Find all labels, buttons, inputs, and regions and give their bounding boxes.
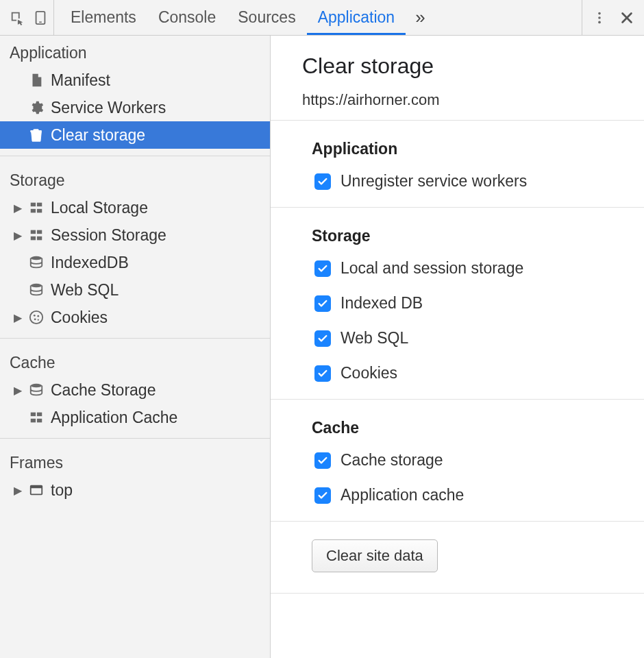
devtools-toolbar: Elements Console Sources Application » [0,0,644,36]
sidebar-item-label: Local Storage [51,199,148,217]
svg-rect-6 [37,203,42,207]
check-row-cookies[interactable]: Cookies [271,354,644,389]
svg-rect-7 [31,209,36,213]
document-icon [29,73,44,88]
checkbox-label: Unregister service workers [340,172,527,191]
check-row-web-sql[interactable]: Web SQL [271,319,644,354]
section-application-title: Application [271,121,644,165]
svg-point-17 [37,315,39,317]
checkbox-label: Web SQL [340,329,408,348]
checkbox-label: Application cache [340,486,464,504]
svg-rect-8 [37,209,42,213]
table-icon [29,410,44,425]
chevron-right-icon[interactable]: ▶ [14,484,22,497]
section-storage-title: Storage [271,208,644,252]
close-icon[interactable] [619,10,634,25]
check-row-cache-storage[interactable]: Cache storage [271,444,644,476]
section-cache-title: Cache [271,400,644,444]
sidebar-item-label: Cache Storage [51,381,156,400]
database-icon [29,282,44,297]
sidebar-item-label: Service Workers [51,99,166,117]
svg-rect-1 [39,21,42,22]
sidebar-item-label: Manifest [51,71,110,90]
checkbox-checked-icon[interactable] [314,452,331,469]
checkbox-checked-icon[interactable] [314,330,331,347]
tab-application[interactable]: Application [307,0,406,35]
check-row-indexed-db[interactable]: Indexed DB [271,284,644,319]
svg-point-2 [598,12,601,14]
gear-icon [29,100,44,115]
sidebar-item-local-storage[interactable]: ▶ Local Storage [0,194,270,221]
svg-point-20 [31,384,42,388]
sidebar-item-indexeddb[interactable]: ▶ IndexedDB [0,249,270,276]
kebab-menu-icon[interactable] [592,10,607,25]
sidebar-group-frames: Frames [0,446,270,476]
device-mode-icon[interactable] [33,10,48,25]
sidebar-group-cache: Cache [0,345,270,376]
svg-rect-21 [31,413,36,417]
database-icon [29,255,44,270]
sidebar-item-label: Application Cache [51,409,177,427]
toolbar-tabs: Elements Console Sources Application » [54,0,582,35]
tab-console[interactable]: Console [147,0,227,35]
svg-rect-26 [31,486,42,489]
sidebar-item-cache-storage[interactable]: ▶ Cache Storage [0,376,270,404]
sidebar-item-label: Web SQL [51,281,119,300]
svg-rect-5 [31,203,36,207]
sidebar-item-application-cache[interactable]: ▶ Application Cache [0,404,270,431]
clear-site-data-button[interactable]: Clear site data [312,539,438,572]
chevron-right-icon[interactable]: ▶ [14,202,22,215]
svg-point-13 [31,256,42,260]
checkbox-checked-icon[interactable] [314,295,331,312]
clear-storage-panel: Clear storage https://airhorner.com Appl… [271,36,644,658]
chevron-right-icon[interactable]: ▶ [14,229,22,242]
checkbox-checked-icon[interactable] [314,260,331,277]
sidebar-item-label: IndexedDB [51,254,129,272]
svg-rect-24 [37,419,42,423]
sidebar-item-clear-storage[interactable]: ▶ Clear storage [0,121,270,149]
checkbox-checked-icon[interactable] [314,365,331,382]
checkbox-checked-icon[interactable] [314,173,331,190]
svg-rect-23 [31,419,36,423]
checkbox-label: Indexed DB [340,294,423,313]
frame-icon [29,483,44,498]
check-row-local-session[interactable]: Local and session storage [271,252,644,284]
sidebar-item-web-sql[interactable]: ▶ Web SQL [0,276,270,304]
check-row-unregister-sw[interactable]: Unregister service workers [271,165,644,197]
svg-rect-9 [31,230,36,234]
sidebar-item-label: Session Storage [51,226,166,245]
svg-point-16 [34,315,36,317]
checkbox-checked-icon[interactable] [314,487,331,504]
svg-point-15 [30,311,42,324]
sidebar-item-label: top [51,481,73,500]
sidebar-item-session-storage[interactable]: ▶ Session Storage [0,221,270,249]
svg-point-4 [598,21,601,23]
table-icon [29,200,44,215]
chevron-right-icon[interactable]: ▶ [14,311,22,324]
application-sidebar: Application ▶ Manifest ▶ Service Workers… [0,36,271,658]
page-title: Clear storage [302,53,612,79]
origin-label: https://airhorner.com [302,91,612,109]
svg-point-3 [598,16,601,19]
sidebar-item-cookies[interactable]: ▶ Cookies [0,304,270,331]
inspect-element-icon[interactable] [10,10,25,25]
trash-icon [29,127,44,143]
svg-rect-11 [31,236,36,241]
sidebar-group-application: Application [0,36,270,66]
check-row-application-cache[interactable]: Application cache [271,476,644,511]
svg-point-19 [38,319,39,321]
checkbox-label: Local and session storage [340,259,523,278]
svg-point-18 [34,318,36,320]
tab-sources[interactable]: Sources [227,0,306,35]
chevron-right-icon[interactable]: ▶ [14,384,22,397]
sidebar-item-frames-top[interactable]: ▶ top [0,476,270,504]
sidebar-item-manifest[interactable]: ▶ Manifest [0,66,270,94]
database-icon [29,382,44,398]
svg-point-14 [31,284,42,288]
svg-rect-10 [37,230,42,234]
tab-elements[interactable]: Elements [60,0,147,35]
svg-rect-12 [37,236,42,241]
cookie-icon [29,310,44,325]
sidebar-item-service-workers[interactable]: ▶ Service Workers [0,94,270,121]
tabs-overflow-icon[interactable]: » [406,0,434,35]
